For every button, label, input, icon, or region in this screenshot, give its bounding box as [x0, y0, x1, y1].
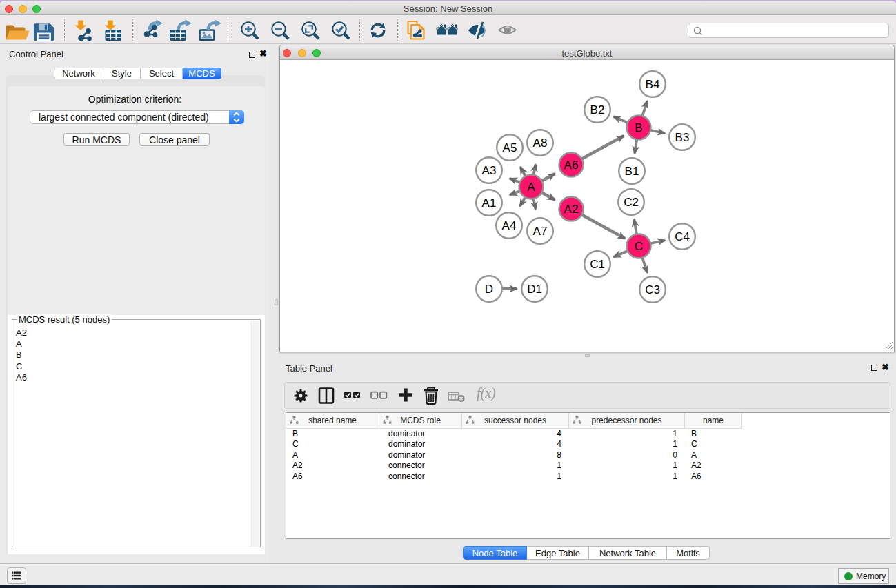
- svg-text:C2: C2: [624, 196, 639, 209]
- svg-text:D: D: [485, 283, 493, 296]
- svg-text:D1: D1: [527, 283, 542, 296]
- svg-text:B3: B3: [675, 131, 690, 144]
- svg-text:C3: C3: [645, 283, 660, 296]
- svg-text:A5: A5: [503, 141, 517, 154]
- svg-text:C4: C4: [675, 230, 690, 243]
- svg-text:A7: A7: [533, 225, 548, 238]
- svg-text:B2: B2: [590, 103, 605, 116]
- svg-text:B1: B1: [625, 165, 639, 178]
- svg-text:B: B: [635, 121, 642, 134]
- svg-text:A4: A4: [502, 219, 517, 232]
- svg-text:A6: A6: [564, 159, 579, 172]
- svg-text:A3: A3: [482, 164, 497, 177]
- svg-text:A1: A1: [482, 196, 497, 210]
- svg-text:A: A: [527, 181, 535, 194]
- svg-text:C: C: [635, 240, 643, 253]
- svg-text:A8: A8: [533, 136, 548, 150]
- svg-text:A2: A2: [564, 203, 579, 216]
- svg-text:C1: C1: [590, 258, 605, 271]
- svg-text:B4: B4: [646, 78, 660, 91]
